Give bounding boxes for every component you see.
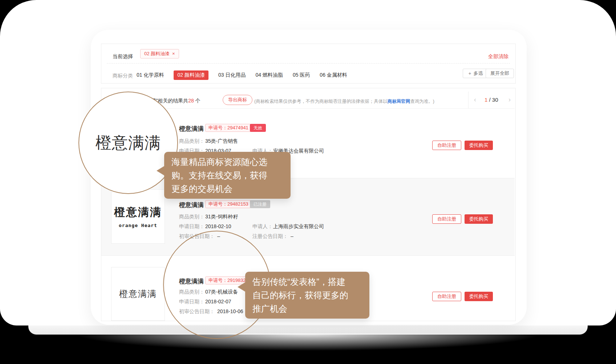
category-tab-04[interactable]: 04 燃料油脂 (255, 72, 283, 78)
close-icon[interactable]: × (172, 51, 175, 56)
category-field-label: 商品类别： (179, 138, 204, 145)
self-register-button[interactable]: 自助注册 (432, 141, 461, 150)
results-count: 28 (188, 98, 194, 104)
disclaimer-text-post: 查询为准。) (410, 99, 434, 104)
magnifier-circle: 橙意满满 (78, 92, 178, 194)
trademark-image-subtext: orange Heart (119, 223, 157, 228)
apply-date-label: 申请日期： (179, 223, 204, 230)
base-shadow (73, 333, 543, 351)
tooltip-line: 海量精品商标资源随心选 (171, 155, 283, 169)
tooltip-line: 购。支持在线交易，获得 (171, 169, 283, 182)
divider (468, 92, 469, 108)
tooltip-line: 推广机会 (252, 302, 362, 315)
category-tab-03[interactable]: 03 日化用品 (218, 72, 246, 78)
registration-publication-label: 注册公告日期： (252, 233, 288, 240)
application-number-value: 29482153 (227, 201, 248, 207)
category-tab-02-selected[interactable]: 02 颜料油漆 (174, 70, 208, 80)
pagination-status: 1 / 30 (485, 97, 498, 103)
trademark-name[interactable]: 橙意满满 (179, 201, 204, 209)
magnified-trademark-text: 橙意满满 (96, 132, 161, 154)
application-number-pill: 申请号：29482153 (205, 200, 252, 208)
application-number-pill: 申请号：29474941 (205, 124, 252, 132)
divider (101, 255, 515, 256)
application-number-label: 申请号： (208, 125, 227, 130)
trademark-image[interactable]: 橙意满满 (111, 267, 165, 321)
trademark-image-text: 橙意满满 (114, 205, 162, 220)
results-summary-suffix: 个 (194, 98, 200, 104)
trademark-office-link[interactable]: 商标局官网 (388, 99, 410, 104)
category-filter-label: 商标分类 (113, 73, 133, 79)
category-tab-01[interactable]: 01 化学原料 (137, 72, 164, 78)
clear-all-button[interactable]: 全部清除 (488, 53, 508, 60)
status-badge: 无效 (250, 124, 266, 132)
trademark-image-text: 橙意满满 (119, 288, 157, 300)
entrust-buy-button[interactable]: 委托购买 (465, 141, 493, 150)
application-number-value: 29474941 (227, 125, 248, 130)
tooltip-line: 告别传统“发表格”，搭建 (252, 275, 362, 288)
pagination-prev-icon[interactable]: ‹ (474, 96, 476, 103)
tooltip-arrow-icon (238, 282, 246, 292)
tooltip-arrow-icon (157, 166, 165, 176)
pagination-separator: / (489, 97, 491, 103)
selected-filter-tag-label: 02 颜料油漆 (144, 51, 170, 56)
registration-publication-value: – (291, 233, 293, 239)
entrust-buy-button[interactable]: 委托购买 (465, 292, 493, 301)
category-tabs: 01 化学原料 02 颜料油漆 03 日化用品 04 燃料油脂 05 医药 06… (137, 70, 347, 80)
pagination-next-icon[interactable]: › (508, 96, 511, 103)
selected-filter-tag[interactable]: 02 颜料油漆× (140, 49, 179, 58)
results-disclaimer: (商标检索结果仅供参考，不作为商标能否注册的法律依据；具体以商标局官网查询为准。… (254, 98, 434, 105)
category-tab-06[interactable]: 06 金属材料 (320, 72, 347, 78)
export-trademark-button[interactable]: 导出商标 (223, 95, 252, 105)
tooltip-line: 自己的标行，获得更多的 (252, 288, 362, 302)
trademark-image[interactable]: 橙意满满 orange Heart (111, 189, 165, 244)
category-tab-05[interactable]: 05 医药 (293, 72, 310, 78)
pagination-total-pages: 30 (492, 97, 498, 103)
expand-all-button[interactable]: 展开全部 (486, 69, 514, 78)
apply-date-value: 2018-02-10 (205, 223, 231, 229)
category-field-value: 31类-饲料种籽 (205, 214, 238, 220)
entrust-buy-button[interactable]: 委托购买 (465, 214, 493, 224)
disclaimer-text-pre: (商标检索结果仅供参考，不作为商标能否注册的法律依据；具体以 (254, 99, 388, 104)
tooltip-line: 更多的交易机会 (171, 182, 283, 195)
applicant-label: 申请人： (252, 223, 273, 230)
divider (107, 63, 510, 64)
self-register-button[interactable]: 自助注册 (432, 214, 461, 224)
pagination-current-page: 1 (485, 97, 487, 103)
tooltip-promotion: 告别传统“发表格”，搭建 自己的标行，获得更多的 推广机会 (245, 272, 369, 319)
category-field-value: 35类-广告销售 (205, 138, 238, 145)
self-register-button[interactable]: 自助注册 (432, 292, 461, 301)
trademark-name[interactable]: 橙意满满 (179, 125, 204, 133)
current-selection-label: 当前选择 (113, 53, 133, 60)
tooltip-marketplace: 海量精品商标资源随心选 购。支持在线交易，获得 更多的交易机会 (164, 152, 291, 199)
multi-select-button[interactable]: ＋ 多选 (463, 69, 488, 78)
page: 当前选择 02 颜料油漆× 全部清除 商标分类 01 化学原料 02 颜料油漆 … (0, 0, 616, 364)
application-number-label: 申请号： (208, 201, 227, 207)
category-field-label: 商品类别： (179, 214, 204, 220)
applicant-value: 上海雨步实业有限公司 (273, 223, 324, 230)
status-badge: 已注册 (250, 200, 270, 208)
